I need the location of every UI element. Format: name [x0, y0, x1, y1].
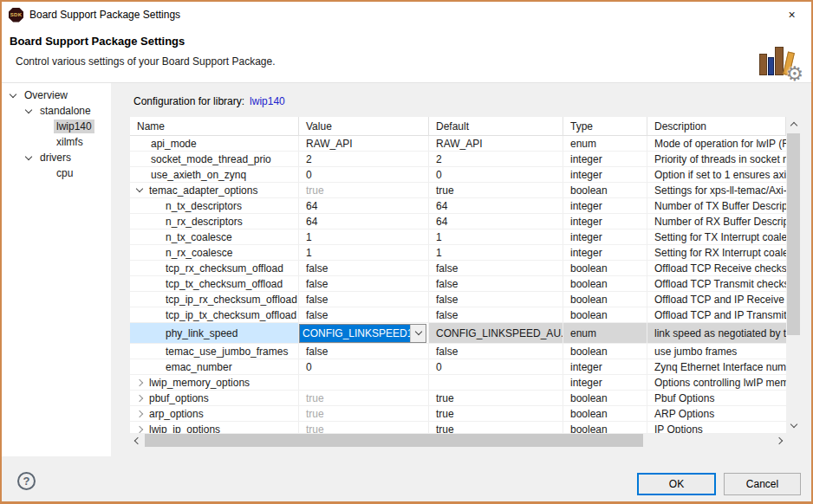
cell-name[interactable]: temac_use_jumbo_frames — [130, 344, 299, 359]
param-value: false — [306, 278, 328, 290]
chevron-down-icon[interactable] — [25, 106, 32, 113]
cell-value[interactable]: 64 — [299, 214, 429, 229]
cell-name[interactable]: n_rx_descriptors — [130, 214, 299, 229]
param-type: boolean — [570, 423, 608, 434]
column-header-description[interactable]: Description — [647, 117, 786, 136]
chevron-down-icon — [790, 421, 797, 428]
cell-value[interactable] — [299, 375, 429, 391]
cancel-button[interactable]: Cancel — [724, 473, 801, 495]
cell-name[interactable]: api_mode — [130, 136, 299, 152]
table-row[interactable]: pbuf_optionstruetruebooleanPbuf Options — [130, 391, 786, 406]
tree-item-xilmfs[interactable]: xilmfs — [2, 134, 111, 150]
cell-value[interactable]: 0 — [299, 167, 429, 183]
table-row[interactable]: lwip_memory_optionsintegerOptions contro… — [130, 375, 786, 391]
table-row[interactable]: temac_use_jumbo_framesfalsefalsebooleanu… — [130, 344, 786, 359]
tree-item-lwip140[interactable]: lwip140 — [2, 119, 111, 134]
cell-name[interactable]: tcp_ip_rx_checksum_offload — [130, 292, 299, 307]
table-row[interactable]: n_rx_coalesce11integerSetting for RX Int… — [130, 245, 786, 261]
cell-value[interactable]: 2 — [299, 152, 429, 167]
cell-name[interactable]: socket_mode_thread_prio — [130, 152, 299, 167]
cell-name[interactable]: tcp_rx_checksum_offload — [130, 261, 299, 276]
cell-name[interactable]: arp_options — [130, 406, 299, 422]
tree-item-Overview[interactable]: Overview — [2, 87, 111, 103]
scroll-left-button[interactable] — [130, 433, 145, 448]
cell-name[interactable]: use_axieth_on_zynq — [130, 167, 299, 183]
tree-item-standalone[interactable]: standalone — [2, 103, 111, 119]
chevron-right-icon[interactable] — [136, 394, 143, 401]
close-button[interactable]: × — [772, 2, 811, 27]
chevron-right-icon[interactable] — [136, 410, 143, 417]
cell-name[interactable]: tcp_ip_tx_checksum_offload — [130, 307, 299, 323]
param-name: lwip_ip_options — [149, 423, 220, 434]
cell-name[interactable]: n_rx_coalesce — [130, 245, 299, 261]
table-row[interactable]: emac_number00integerZynq Ethernet Interf… — [130, 359, 786, 375]
cell-name[interactable]: temac_adapter_options — [130, 183, 299, 198]
table-row[interactable]: api_modeRAW_APIRAW_APIenumMode of operat… — [130, 136, 786, 152]
chevron-right-icon[interactable] — [136, 378, 143, 385]
horizontal-scrollbar-thumb[interactable] — [145, 434, 643, 447]
cell-name[interactable]: n_tx_descriptors — [130, 198, 299, 214]
cell-description: Setting for TX Interrupt coale — [647, 229, 786, 245]
cell-value[interactable]: false — [299, 344, 429, 359]
cell-value[interactable]: 0 — [299, 359, 429, 375]
column-header-type[interactable]: Type — [563, 117, 647, 136]
table-row[interactable]: n_tx_descriptors6464integerNumber of TX … — [130, 198, 786, 214]
scroll-up-button[interactable] — [786, 117, 801, 132]
column-header-name[interactable]: Name — [130, 117, 299, 136]
cell-name[interactable]: emac_number — [130, 359, 299, 375]
chevron-left-icon — [133, 436, 140, 443]
table-row[interactable]: phy_link_speedCONFIG_LINKSPEED100CONFIG_… — [130, 323, 786, 344]
cell-value[interactable]: false — [299, 307, 429, 323]
chevron-down-icon[interactable] — [136, 185, 143, 192]
help-button[interactable]: ? — [17, 472, 36, 490]
param-value: 64 — [306, 200, 317, 212]
horizontal-scrollbar[interactable] — [130, 433, 786, 448]
cell-type: boolean — [563, 261, 647, 276]
cell-value[interactable]: 1 — [299, 229, 429, 245]
cell-value[interactable]: false — [299, 292, 429, 307]
cell-name[interactable]: pbuf_options — [130, 391, 299, 406]
scroll-right-button[interactable] — [771, 433, 786, 448]
table-row[interactable]: n_rx_descriptors6464integerNumber of RX … — [130, 214, 786, 229]
table-row[interactable]: arp_optionstruetruebooleanARP Options — [130, 406, 786, 422]
table-row[interactable]: tcp_ip_tx_checksum_offloadfalsefalsebool… — [130, 307, 786, 323]
vertical-scrollbar[interactable] — [786, 117, 801, 433]
column-header-default[interactable]: Default — [429, 117, 563, 136]
table-row[interactable]: tcp_ip_rx_checksum_offloadfalsefalsebool… — [130, 292, 786, 307]
cell-name[interactable]: lwip_ip_options — [130, 422, 299, 433]
cell-name[interactable]: n_tx_coalesce — [130, 229, 299, 245]
cell-value[interactable]: RAW_API — [299, 136, 429, 152]
cell-name[interactable]: lwip_memory_options — [130, 375, 299, 391]
vertical-scrollbar-thumb[interactable] — [787, 133, 800, 335]
table-row[interactable]: use_axieth_on_zynq00integerOption if set… — [130, 167, 786, 183]
cell-value[interactable]: true — [299, 391, 429, 406]
param-default: 2 — [436, 153, 442, 165]
chevron-right-icon[interactable] — [136, 425, 143, 432]
column-header-value[interactable]: Value — [299, 117, 429, 136]
cell-value[interactable]: true — [299, 406, 429, 422]
cell-value[interactable]: false — [299, 261, 429, 276]
cell-value[interactable]: 64 — [299, 198, 429, 214]
cell-value[interactable]: true — [299, 183, 429, 198]
table-row[interactable]: n_tx_coalesce11integerSetting for TX Int… — [130, 229, 786, 245]
value-combobox[interactable]: CONFIG_LINKSPEED100 — [299, 324, 426, 343]
tree-item-drivers[interactable]: drivers — [2, 150, 111, 165]
table-row[interactable]: temac_adapter_optionstruetruebooleanSett… — [130, 183, 786, 198]
tree-item-cpu[interactable]: cpu — [2, 165, 111, 181]
chevron-down-icon[interactable] — [10, 90, 16, 97]
table-row[interactable]: tcp_tx_checksum_offloadfalsefalseboolean… — [130, 276, 786, 292]
library-name-link[interactable]: lwip140 — [250, 95, 285, 107]
table-row[interactable]: lwip_ip_optionstruetruebooleanIP Options — [130, 422, 786, 433]
cell-name[interactable]: tcp_tx_checksum_offload — [130, 276, 299, 292]
param-type: integer — [570, 231, 602, 243]
cell-name[interactable]: phy_link_speed — [130, 323, 299, 344]
chevron-down-icon[interactable] — [25, 152, 32, 159]
cell-value[interactable]: false — [299, 276, 429, 292]
scroll-down-button[interactable] — [786, 418, 801, 433]
ok-button[interactable]: OK — [637, 473, 716, 495]
table-row[interactable]: socket_mode_thread_prio22integerPriority… — [130, 152, 786, 167]
combo-dropdown-button[interactable] — [410, 325, 426, 342]
table-row[interactable]: tcp_rx_checksum_offloadfalsefalseboolean… — [130, 261, 786, 276]
cell-value[interactable]: true — [299, 422, 429, 433]
cell-value[interactable]: 1 — [299, 245, 429, 261]
